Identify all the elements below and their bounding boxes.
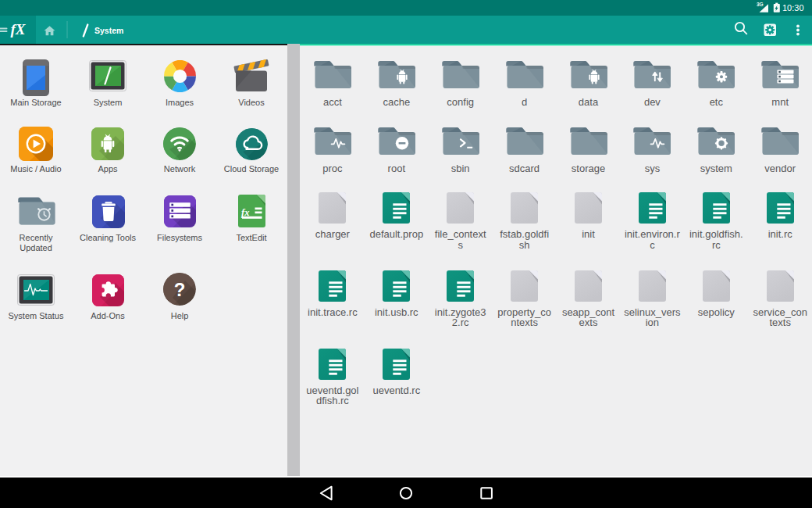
svg-text:?: ? (174, 279, 186, 300)
svg-text:fX: fX (11, 21, 27, 38)
svg-text:3G: 3G (757, 2, 764, 7)
